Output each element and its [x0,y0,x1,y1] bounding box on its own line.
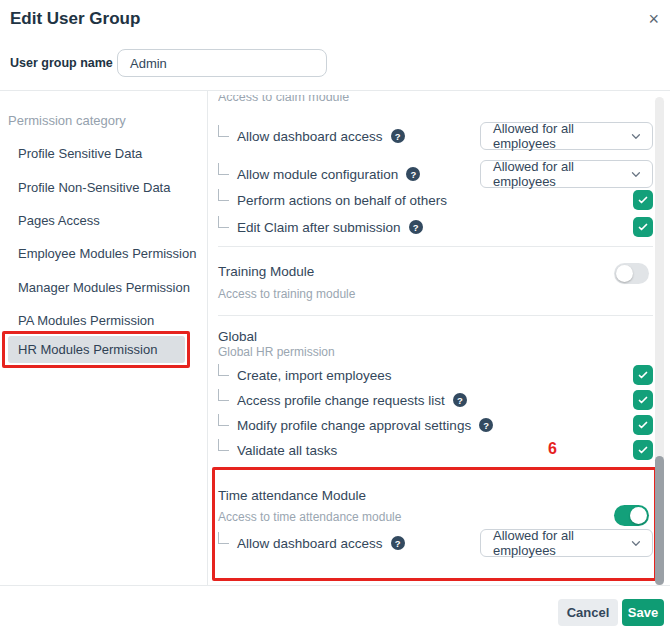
help-icon[interactable]: ? [391,129,405,143]
help-icon[interactable]: ? [409,220,423,234]
edit-user-group-modal: Edit User Group × User group name Admin … [0,0,670,628]
sidebar-item-profile-non-sensitive-data[interactable]: Profile Non-Sensitive Data [18,180,170,195]
time-attendance-subtitle: Access to time attendance module [218,510,401,524]
chevron-down-icon [629,536,643,551]
row-label: Allow module configuration [237,167,398,182]
validate-tasks-checkbox[interactable] [633,440,653,460]
ta-dashboard-access-select[interactable]: Allowed for all employees [480,529,653,557]
row-label: Modify profile change approval settings [237,418,471,433]
sidebar-item-pa-modules[interactable]: PA Modules Permission [18,313,154,328]
approval-settings-checkbox[interactable] [633,415,653,435]
sidebar-item-pages-access[interactable]: Pages Access [18,213,100,228]
perform-actions-checkbox[interactable] [633,190,653,210]
training-module-title: Training Module [218,264,314,279]
chevron-down-icon [629,167,643,182]
help-icon[interactable]: ? [453,393,467,407]
toggle-knob [616,265,633,282]
global-section-subtitle: Global HR permission [218,345,335,359]
time-attendance-title: Time attendance Module [218,488,366,503]
check-icon [637,419,649,431]
create-import-checkbox[interactable] [633,365,653,385]
tree-connector-icon [218,125,229,137]
cancel-button[interactable]: Cancel [558,599,618,626]
annotation-number: 6 [548,440,557,458]
help-icon[interactable]: ? [479,418,493,432]
save-button[interactable]: Save [622,599,664,626]
claim-row-dashboard-access: Allow dashboard access ? [218,126,405,146]
row-label: Validate all tasks [237,443,337,458]
row-label: Edit Claim after submission [237,220,401,235]
global-row-change-requests: Access profile change requests list ? [218,390,467,410]
row-label: Allow dashboard access [237,129,383,144]
select-value: Allowed for all employees [493,528,629,558]
section-divider [218,246,653,247]
claim-row-perform-actions: Perform actions on behalf of others [218,190,447,210]
page-title: Edit User Group [10,9,140,29]
time-attendance-toggle[interactable] [614,505,649,526]
check-icon [637,394,649,406]
tree-connector-icon [218,216,229,228]
annotation-box-time-attendance [212,467,657,581]
select-value: Allowed for all employees [493,159,629,189]
tree-connector-icon [218,532,229,544]
row-label: Create, import employees [237,368,392,383]
claim-row-edit-claim: Edit Claim after submission ? [218,217,423,237]
row-label: Perform actions on behalf of others [237,193,447,208]
module-configuration-select[interactable]: Allowed for all employees [480,160,653,188]
claim-section-heading-clipped: Access to claim module [218,95,418,106]
sidebar-item-hr-modules[interactable]: HR Modules Permission [8,336,185,363]
permission-category-heading: Permission category [8,113,126,128]
user-group-name-value: Admin [130,56,167,71]
sidebar-item-employee-modules[interactable]: Employee Modules Permission [18,246,196,261]
ta-row-dashboard-access: Allow dashboard access ? [218,533,405,553]
user-group-name-input[interactable]: Admin [117,49,327,77]
check-icon [637,194,649,206]
dashboard-access-select[interactable]: Allowed for all employees [480,122,653,150]
global-section-title: Global [218,329,257,344]
check-icon [637,221,649,233]
training-module-toggle[interactable] [614,263,649,284]
section-divider [218,315,653,316]
tree-connector-icon [218,414,229,426]
sidebar-item-manager-modules[interactable]: Manager Modules Permission [18,280,190,295]
sidebar-item-profile-sensitive-data[interactable]: Profile Sensitive Data [18,146,142,161]
global-row-validate-tasks: Validate all tasks [218,440,337,460]
change-requests-checkbox[interactable] [633,390,653,410]
tree-connector-icon [218,163,229,175]
header-divider [0,90,670,91]
global-row-approval-settings: Modify profile change approval settings … [218,415,493,435]
tree-connector-icon [218,389,229,401]
user-group-name-label: User group name [10,56,113,70]
chevron-down-icon [629,129,643,144]
tree-connector-icon [218,364,229,376]
footer-divider [0,585,670,586]
help-icon[interactable]: ? [391,536,405,550]
select-value: Allowed for all employees [493,121,629,151]
check-icon [637,444,649,456]
tree-connector-icon [218,439,229,451]
toggle-knob [630,507,647,524]
tree-connector-icon [218,189,229,201]
training-module-subtitle: Access to training module [218,287,355,301]
scrollbar-thumb[interactable] [655,456,664,585]
sidebar-item-label: HR Modules Permission [18,342,157,357]
close-icon[interactable]: × [648,10,659,28]
edit-claim-checkbox[interactable] [633,217,653,237]
sidebar-divider [207,90,208,585]
row-label: Access profile change requests list [237,393,445,408]
row-label: Allow dashboard access [237,536,383,551]
help-icon[interactable]: ? [406,167,420,181]
global-row-create-import: Create, import employees [218,365,392,385]
claim-row-module-configuration: Allow module configuration ? [218,164,420,184]
check-icon [637,369,649,381]
